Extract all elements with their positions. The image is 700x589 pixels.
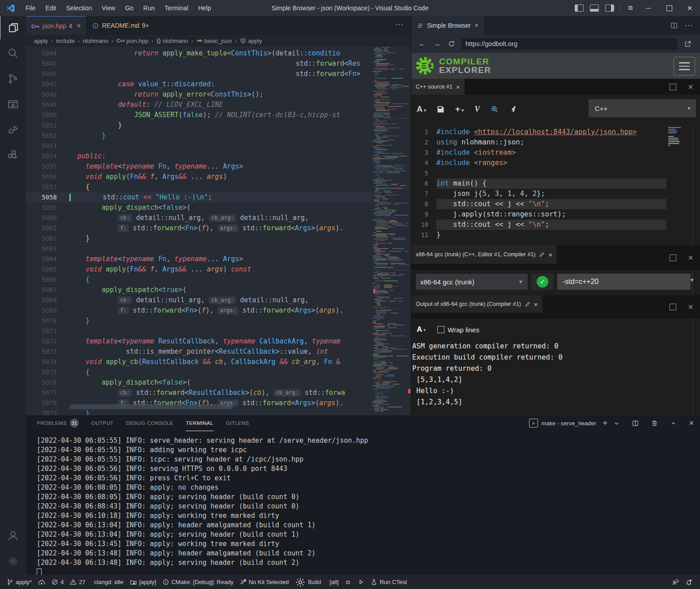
cmake-status[interactable]: CMake: [Debug]: Ready [159, 575, 237, 589]
font-size-icon[interactable]: A▾ [417, 105, 426, 114]
tab-README.md[interactable]: README.md 9+ [87, 16, 158, 35]
open-external-icon[interactable] [684, 40, 691, 48]
toggle-panel-icon[interactable] [590, 4, 599, 12]
source-code-editor[interactable]: 1#include <https://localhost:8443/apply/… [411, 127, 666, 240]
save-icon[interactable] [437, 106, 444, 113]
menu-go[interactable]: Go [120, 0, 138, 16]
font-size-icon[interactable]: A [417, 325, 422, 334]
minimize-button[interactable] [638, 0, 659, 16]
breadcrumb-item[interactable]: include [56, 38, 74, 44]
wrap-lines-checkbox[interactable] [437, 326, 444, 333]
breadcrumb-item[interactable]: apply [34, 38, 48, 44]
build-button[interactable]: Build [292, 575, 324, 589]
menu-edit[interactable]: Edit [41, 0, 61, 16]
panel-tab-debug-console[interactable]: DEBUG CONSOLE [126, 415, 174, 431]
maximize-panel-icon[interactable] [670, 420, 676, 426]
terminal-dropdown-icon[interactable] [614, 420, 619, 426]
compiler-tab[interactable]: x86-64 gcc (trunk) (C++, Editor #1, Comp… [411, 245, 557, 264]
git-branch-status[interactable]: apply* [4, 575, 35, 589]
accounts-icon[interactable] [0, 524, 26, 547]
cmake-icon[interactable] [0, 93, 26, 116]
kill-terminal-icon[interactable] [651, 420, 658, 427]
code-editor[interactable]: 5044 return apply_make_tuple<ConstThis>(… [26, 47, 411, 415]
close-icon[interactable]: × [77, 22, 81, 30]
debug-button[interactable] [341, 575, 354, 589]
run-debug-icon[interactable] [0, 118, 26, 141]
simple-browser-tab[interactable]: Simple Browser × [411, 16, 484, 35]
close-icon[interactable]: × [474, 21, 478, 30]
compiler-select[interactable]: x86-64 gcc (trunk)▼ [416, 274, 528, 290]
maximize-button[interactable] [659, 0, 679, 16]
breadcrumb-item[interactable]: nlohmann [83, 38, 108, 44]
cmake-project[interactable]: [apply] [127, 575, 159, 589]
clangd-status[interactable]: clangd: idle [89, 575, 127, 589]
kit-selector[interactable]: No Kit Selected [237, 575, 292, 589]
close-icon[interactable]: × [456, 83, 460, 91]
close-pane-icon[interactable]: × [688, 82, 693, 92]
horizontal-scrollbar[interactable] [69, 404, 233, 409]
vim-mode-icon[interactable]: V [474, 105, 480, 114]
source-tab[interactable]: C++ source #1 × [411, 79, 465, 95]
split-editor-icon[interactable] [670, 22, 678, 29]
toggle-sidebar-icon[interactable] [575, 4, 584, 12]
extensions-icon[interactable] [0, 144, 26, 167]
maximize-pane-icon[interactable] [670, 254, 676, 261]
menu-run[interactable]: Run [138, 0, 160, 16]
maximize-pane-icon[interactable] [670, 304, 676, 310]
toggle-secondary-sidebar-icon[interactable] [605, 4, 614, 12]
maximize-pane-icon[interactable] [670, 84, 676, 90]
close-pane-icon[interactable]: × [688, 302, 693, 312]
menu-terminal[interactable]: Terminal [160, 0, 193, 16]
browser-more-actions-icon[interactable]: ⋯ [685, 21, 693, 30]
source-control-icon[interactable] [0, 67, 26, 90]
add-pane-icon[interactable]: +▾ [455, 104, 464, 114]
breadcrumb[interactable]: apply›include›nlohmann›C++json.hpp›{}nlo… [26, 35, 411, 47]
output-tab[interactable]: Output of x86-64 gcc (trunk) (Compiler #… [411, 295, 542, 313]
dino-mascot-icon[interactable] [509, 105, 517, 113]
close-pane-icon[interactable]: × [688, 253, 693, 263]
breadcrumb-item[interactable]: apply [240, 38, 262, 44]
forward-icon[interactable]: → [433, 39, 441, 48]
breadcrumb-item[interactable]: {}nlohmann [157, 38, 188, 44]
publish-status[interactable] [35, 575, 48, 589]
error-count[interactable]: 4 [48, 575, 67, 589]
settings-icon[interactable] [0, 550, 26, 573]
split-terminal-icon[interactable] [632, 420, 639, 427]
edit-title-icon[interactable] [539, 252, 545, 258]
editor-more-actions-icon[interactable]: ⋯ [388, 16, 411, 35]
close-window-button[interactable]: × [679, 0, 700, 16]
notifications[interactable] [682, 575, 696, 589]
minimap[interactable] [372, 47, 409, 415]
menu-help[interactable]: Help [193, 0, 216, 16]
terminal-name[interactable]: make - serve_header [542, 420, 597, 427]
compiler-options-input[interactable]: -std=c++20 [557, 274, 691, 290]
search-icon[interactable] [0, 42, 26, 65]
options-dropdown-icon[interactable]: ▼ [690, 277, 695, 283]
breadcrumb-item[interactable]: basic_json [196, 38, 232, 44]
tab-json.hpp[interactable]: C++ json.hpp 4× [26, 16, 87, 35]
build-target[interactable]: [all] [324, 575, 341, 589]
menu-selection[interactable]: Selection [61, 0, 97, 16]
close-panel-icon[interactable]: × [689, 419, 694, 428]
breadcrumb-item[interactable]: C++json.hpp [116, 38, 148, 44]
url-input[interactable]: https://godbolt.org [461, 38, 678, 50]
panel-tab-problems[interactable]: PROBLEMS31 [37, 415, 79, 431]
close-icon[interactable]: × [548, 251, 552, 258]
source-minimap[interactable] [667, 127, 686, 242]
menu-view[interactable]: View [97, 0, 120, 16]
panel-tab-gitlens[interactable]: GITLENS [226, 415, 249, 431]
panel-tab-terminal[interactable]: TERMINAL [186, 415, 213, 431]
panel-tab-output[interactable]: OUTPUT [91, 415, 114, 431]
menu-file[interactable]: File [21, 0, 41, 16]
search-plus-icon[interactable] [491, 105, 499, 113]
feedback[interactable] [669, 575, 682, 589]
warning-count[interactable]: 27 [67, 575, 88, 589]
pane-scrollbar[interactable] [692, 127, 693, 415]
back-icon[interactable]: ← [418, 39, 426, 48]
hamburger-menu-icon[interactable] [674, 57, 695, 76]
launch-button[interactable] [354, 575, 367, 589]
close-icon[interactable]: × [534, 301, 538, 308]
ctest-button[interactable]: Run CTest [367, 575, 410, 589]
language-select[interactable]: C++▼ [589, 99, 696, 117]
edit-title-icon[interactable] [525, 301, 530, 307]
